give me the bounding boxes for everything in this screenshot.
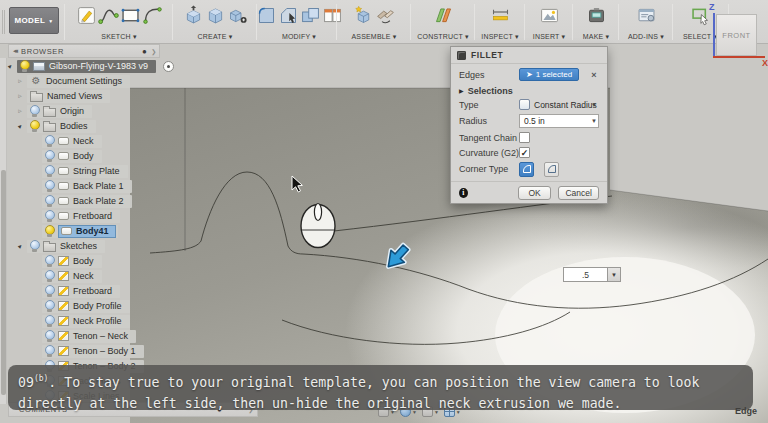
tree-item-chip[interactable]: Body [42, 150, 102, 163]
visibility-bulb-icon[interactable] [45, 330, 54, 342]
tangent-chain-checkbox[interactable] [519, 132, 530, 143]
visibility-bulb-icon[interactable] [45, 300, 54, 312]
toolbar-group-inspect[interactable]: INSPECT ▾ [476, 2, 524, 42]
curvature-checkbox[interactable]: ✓ [519, 147, 530, 158]
tree-item-sketches[interactable]: ▸Sketches [16, 239, 105, 253]
visibility-bulb-icon[interactable] [45, 135, 54, 147]
expand-arrow-icon[interactable]: ▸ [14, 120, 25, 131]
toolbar-group-create[interactable]: CREATE ▾ [174, 2, 256, 42]
expand-arrow-icon[interactable]: ▸ [14, 240, 25, 251]
print3d-icon[interactable] [586, 5, 607, 26]
tree-item-chip[interactable]: Body Profile [42, 300, 130, 313]
tree-item-neck[interactable]: Neck [42, 134, 102, 148]
scrollbar-thumb[interactable] [1, 170, 6, 395]
visibility-bulb-icon[interactable] [45, 270, 54, 282]
combine-icon[interactable] [300, 5, 321, 26]
tree-item-chip[interactable]: Bodies [27, 120, 96, 133]
tree-item-body[interactable]: Body [42, 149, 102, 163]
toolbar-group-label[interactable]: INSPECT ▾ [481, 33, 518, 41]
tree-item-bodies[interactable]: ▸Bodies [16, 119, 96, 133]
tree-item-chip[interactable]: String Plate [42, 165, 128, 178]
tree-item-chip[interactable]: Tenon – Neck [42, 330, 136, 343]
tree-item-gibson-flying-v-1983-v9[interactable]: ▸Gibson-Flying-V-1983 v9 [6, 59, 174, 73]
visibility-bulb-icon[interactable] [30, 240, 39, 252]
revolve-icon[interactable] [227, 5, 248, 26]
toolbar-group-label[interactable]: ADD-INS ▾ [628, 33, 664, 41]
toolbar-group-label[interactable]: CONSTRUCT ▾ [417, 33, 468, 41]
tree-item-chip[interactable]: Neck [42, 135, 102, 148]
selected-item-highlight[interactable]: Body41 [58, 225, 116, 238]
toolbar-group-label[interactable]: MODIFY ▾ [282, 33, 316, 41]
toolbar-group-insert[interactable]: INSERT ▾ [526, 2, 572, 42]
view-cube-front-face[interactable]: FRONT [716, 14, 757, 56]
tree-item-string-plate[interactable]: String Plate [42, 164, 128, 178]
tree-item-named-views[interactable]: ▹Named Views [16, 89, 110, 103]
tree-item-document-settings[interactable]: ▹⚙Document Settings [16, 74, 130, 88]
visibility-bulb-icon[interactable] [45, 315, 54, 327]
fillet-icon[interactable] [256, 5, 277, 26]
view-cube[interactable]: FRONT Z X [700, 2, 768, 66]
chevron-down-icon[interactable]: ▼ [591, 102, 597, 108]
tree-item-chip[interactable]: Body41 [42, 225, 118, 238]
setback-corner-button[interactable] [544, 162, 559, 177]
tree-item-body-profile[interactable]: Body Profile [42, 299, 130, 313]
sketch-create-icon[interactable] [76, 5, 97, 26]
ok-button[interactable]: OK [518, 186, 552, 200]
selections-row[interactable]: ▶ Selections [459, 83, 599, 98]
tree-item-chip[interactable]: Back Plate 1 [42, 180, 132, 193]
visibility-bulb-icon[interactable] [45, 180, 54, 192]
visibility-bulb-icon[interactable] [45, 225, 54, 237]
toolbar-group-label[interactable]: SKETCH ▾ [101, 33, 136, 41]
tree-item-chip[interactable]: Back Plate 2 [42, 195, 132, 208]
tree-item-neck[interactable]: Neck [42, 269, 102, 283]
tree-item-chip[interactable]: Origin [27, 105, 92, 118]
expand-section-icon[interactable]: ▶ [459, 87, 464, 94]
toolbar-group-label[interactable]: ASSEMBLE ▾ [351, 33, 396, 41]
info-icon[interactable]: i [459, 188, 468, 198]
expand-arrow-icon[interactable]: ▹ [16, 107, 24, 115]
tree-item-chip[interactable]: Gibson-Flying-V-1983 v9 [17, 60, 156, 73]
chamfer-icon[interactable] [278, 5, 299, 26]
rectangle-icon[interactable] [120, 5, 141, 26]
visibility-bulb-icon[interactable] [45, 165, 54, 177]
scripts-icon[interactable] [636, 5, 657, 26]
tree-item-chip[interactable]: Named Views [27, 90, 110, 103]
image-icon[interactable] [539, 5, 560, 26]
toolbar-group-add-ins[interactable]: ADD-INS ▾ [620, 2, 672, 42]
visibility-bulb-icon[interactable] [45, 150, 54, 162]
box-icon[interactable] [205, 5, 226, 26]
toolbar-group-modify[interactable]: MODIFY ▾ [258, 2, 340, 42]
panel-options-icon[interactable]: ● [142, 47, 147, 56]
tree-item-chip[interactable]: Fretboard [42, 210, 120, 223]
visibility-bulb-icon[interactable] [45, 285, 54, 297]
component-icon[interactable] [353, 5, 374, 26]
joint-icon[interactable] [375, 5, 396, 26]
tree-item-chip[interactable]: Neck Profile [42, 315, 130, 328]
tree-item-back-plate-2[interactable]: Back Plate 2 [42, 194, 132, 208]
toolbar-group-sketch[interactable]: SKETCH ▾ [66, 2, 172, 42]
toolbar-group-construct[interactable]: CONSTRUCT ▾ [412, 2, 474, 42]
tree-item-chip[interactable]: Fretboard [42, 285, 120, 298]
toolbar-group-label[interactable]: MAKE ▾ [583, 33, 610, 41]
browser-scrollbar[interactable] [0, 58, 7, 404]
tree-item-back-plate-1[interactable]: Back Plate 1 [42, 179, 132, 193]
panel-expand-icon[interactable]: ❯ [151, 48, 157, 55]
edges-selected-chip[interactable]: ➤ 1 selected [519, 68, 579, 81]
visibility-bulb-icon[interactable] [30, 105, 39, 117]
tree-item-origin[interactable]: ▹Origin [16, 104, 92, 118]
tree-item-tenon-body-1[interactable]: Tenon – Body 1 [42, 344, 144, 358]
tree-item-neck-profile[interactable]: Neck Profile [42, 314, 130, 328]
tree-item-fretboard[interactable]: Fretboard [42, 284, 120, 298]
activate-component-radio[interactable] [163, 61, 174, 72]
arc-icon[interactable] [142, 5, 163, 26]
expand-arrow-icon[interactable]: ▹ [16, 77, 24, 85]
canvas-radius-input[interactable]: .5 [563, 267, 608, 282]
cancel-button[interactable]: Cancel [558, 186, 599, 200]
tree-item-chip[interactable]: Tenon – Body 1 [42, 345, 144, 358]
tree-item-chip[interactable]: Body [42, 255, 102, 268]
visibility-bulb-icon[interactable] [30, 120, 39, 132]
visibility-bulb-icon[interactable] [45, 195, 54, 207]
spline-icon[interactable] [98, 5, 119, 26]
tree-item-tenon-neck[interactable]: Tenon – Neck [42, 329, 136, 343]
rolling-ball-corner-button[interactable] [519, 162, 534, 177]
